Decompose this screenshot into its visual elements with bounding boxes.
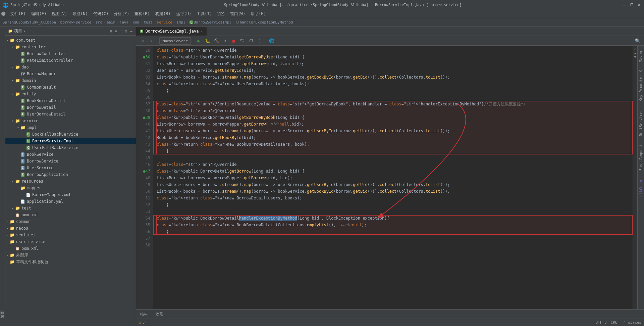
tree-node-UserBorrowDetail[interactable]: C UserBorrowDetail [5, 111, 136, 118]
panel-close-icon[interactable]: — [129, 29, 133, 34]
tree-node-BorrowDetail[interactable]: C BorrowDetail [5, 104, 136, 111]
coverage-button[interactable]: 🛡 [239, 37, 246, 45]
status-line-ending[interactable]: CRLF [611, 320, 620, 325]
tree-node-BorrowApplication[interactable]: C BorrowApplication [5, 171, 136, 178]
menu-file[interactable]: 文件(F) [8, 10, 29, 17]
left-label-structure[interactable]: 结构 [0, 315, 6, 319]
tree-node-user-service[interactable]: ▸ 📁 user-service [5, 238, 136, 245]
breadcrumb-impl[interactable]: impl [176, 20, 185, 25]
tree-node-test[interactable]: ▸ 📁 test [5, 205, 136, 212]
menu-refactor[interactable]: 重构(R) [132, 10, 153, 17]
reload-button[interactable]: ↺ [221, 37, 229, 45]
tree-node-BookFallBackService[interactable]: C BookFallBackService [5, 131, 136, 138]
tree-node-BorrowService[interactable]: I BorrowService [5, 158, 136, 165]
key-promoter-label[interactable]: Key Promoter X [638, 67, 644, 104]
build-button[interactable]: 🔨 [213, 37, 220, 45]
breadcrumb-service[interactable]: service [157, 20, 172, 25]
tree-node-BorrowServiceImpl[interactable]: C BorrowServiceImpl [5, 138, 136, 144]
breadcrumb-test[interactable]: test [144, 20, 153, 25]
tree-node-domain[interactable]: ▾ 📁 domain [5, 77, 136, 84]
tree-node-applicationYaml[interactable]: 📄 application.yml [5, 198, 136, 205]
menu-help[interactable]: 帮助(H) [248, 10, 269, 17]
tree-node-pomXml[interactable]: 📋 pom.xml [5, 212, 136, 218]
left-label-favorites[interactable]: 收藏 [0, 319, 6, 323]
tree-node-externalLibs[interactable]: ▸ 📁 外部库 [5, 252, 136, 259]
warning-down-icon[interactable]: ▼ [634, 55, 636, 59]
tree-node-BookService[interactable]: I BookService [5, 151, 136, 158]
tree-node-mapper[interactable]: ▾ 📁 mapper [5, 185, 136, 191]
more-button[interactable]: ⋮ [256, 37, 264, 45]
breadcrumb-main[interactable]: main [106, 20, 115, 25]
search-button[interactable]: 🔍 [634, 37, 641, 45]
code-content[interactable]: class=class="str">"ann">@Override class=… [153, 46, 633, 309]
breadcrumb-root[interactable]: SpringCloudStudy_Alibaba [3, 20, 56, 25]
tab-borrowserviceimpl[interactable]: C BorrowServiceImpl.java ✕ [136, 27, 207, 36]
aik-coder-label[interactable]: aikCoder [638, 176, 644, 199]
breadcrumb-java[interactable]: java [120, 20, 129, 25]
status-encoding[interactable]: UTF-8 [595, 320, 606, 325]
indent-label: 4 spaces [624, 320, 641, 325]
bottom-tab-favorites[interactable]: 收藏 [152, 310, 167, 318]
tab-close-icon[interactable]: ✕ [201, 30, 203, 33]
rest-services-label[interactable]: RestServices [638, 107, 644, 139]
tree-node-BorrowMapper[interactable]: 🗺 BorrowMapper [5, 71, 136, 77]
stop-button[interactable]: ■ [230, 37, 237, 45]
menu-run[interactable]: 运行(U) [173, 10, 194, 17]
menu-edit[interactable]: 编辑(E) [29, 10, 49, 17]
run-button[interactable]: ▶ [195, 37, 203, 45]
tree-node-pomXml2[interactable]: 📋 pom.xml [5, 245, 136, 252]
menu-tools[interactable]: 工具(T) [194, 10, 215, 17]
panel-collapse-icon[interactable]: ≡ [114, 29, 118, 34]
menu-analyze[interactable]: 分析(Z) [111, 10, 132, 17]
menu-vcs[interactable]: VCS [215, 11, 227, 17]
tree-node-UserService[interactable]: I UserService [5, 165, 136, 171]
close-button[interactable]: ✕ [637, 3, 641, 7]
bottom-tab-structure[interactable]: 结构 [136, 310, 152, 318]
tree-node-common[interactable]: ▸ 📁 common [5, 218, 136, 225]
warning-up-icon[interactable]: ▲ [634, 51, 636, 55]
chevron-down-icon[interactable]: ▾ [23, 29, 25, 33]
tree-node-sentinel[interactable]: ▸ 📁 sentinel [5, 232, 136, 238]
menu-window[interactable]: 窗口(W) [227, 10, 248, 17]
maximize-button[interactable]: ❐ [629, 3, 634, 7]
tree-node-service[interactable]: ▾ 📁 service [5, 118, 136, 124]
translate-button[interactable]: 🌐 [268, 37, 275, 45]
tree-node-RateLimitController[interactable]: C RateLimitController [5, 57, 136, 64]
debug-button[interactable]: 🐛 [204, 37, 211, 45]
panel-gear-icon[interactable]: ⚙ [124, 29, 128, 34]
tree-node-dao[interactable]: ▾ 📁 dao [5, 64, 136, 71]
nacos-server-button[interactable]: Nacos Server ▾ [159, 37, 191, 45]
tree-node-BorrowController[interactable]: C BorrowController [5, 50, 136, 57]
line-number-40: 40 [136, 121, 150, 128]
tree-node-CommonResult[interactable]: C CommonResult [5, 84, 136, 91]
tree-node-entity[interactable]: ▾ 📁 entity [5, 91, 136, 97]
maven-panel-label[interactable]: Maven [638, 48, 644, 65]
back-button[interactable]: ◁ [139, 37, 146, 45]
tree-node-BookBorrowDetail[interactable]: C BookBorrowDetail [5, 97, 136, 104]
minimize-button[interactable]: — [622, 3, 627, 7]
profile-button[interactable]: ⏱ [248, 37, 255, 45]
menu-build[interactable]: 构建(B) [153, 10, 173, 17]
tree-node-BorrowMapperXml[interactable]: 📄 BorrowMapper.xml [5, 191, 136, 198]
menu-code[interactable]: 代码(C) [91, 10, 111, 17]
status-indent[interactable]: 4 spaces [624, 320, 641, 325]
tree-node-resources[interactable]: ▾ 📁 resources [5, 178, 136, 185]
menu-view[interactable]: 视图(V) [49, 10, 70, 17]
tree-node-scratchFiles[interactable]: ▸ 📁 草稿文件和控制台 [5, 259, 136, 265]
menu-navigate[interactable]: 导航(N) [70, 10, 91, 17]
panel-sort-icon[interactable]: ↕ [119, 29, 123, 34]
tree-node-nacos[interactable]: ▸ 📁 nacos [5, 225, 136, 232]
tree-node-UserFallBackService[interactable]: C UserFallBackService [5, 144, 136, 151]
tree-node-com-test[interactable]: ▾ 📁 com.test [5, 37, 136, 44]
forward-button[interactable]: ▷ [148, 37, 155, 45]
fast-request-label[interactable]: Fast Request [638, 141, 644, 173]
breadcrumb-src[interactable]: src [96, 20, 102, 25]
breadcrumb-com[interactable]: com [133, 20, 140, 25]
panel-scope-icon[interactable]: ⊞ [109, 29, 113, 34]
tree-node-controller[interactable]: ▾ 📁 controller [5, 44, 136, 50]
breadcrumb-method[interactable]: handlerExceptionByMethod [240, 20, 293, 25]
tree-node-impl[interactable]: ▾ 📁 impl [5, 124, 136, 131]
tree-container[interactable]: ▾ 📁 com.test ▾ 📁 controller C BorrowCont… [5, 36, 136, 326]
breadcrumb-class[interactable]: BorrowServiceImpl [194, 20, 231, 25]
breadcrumb-module[interactable]: borrow-service [60, 20, 92, 25]
